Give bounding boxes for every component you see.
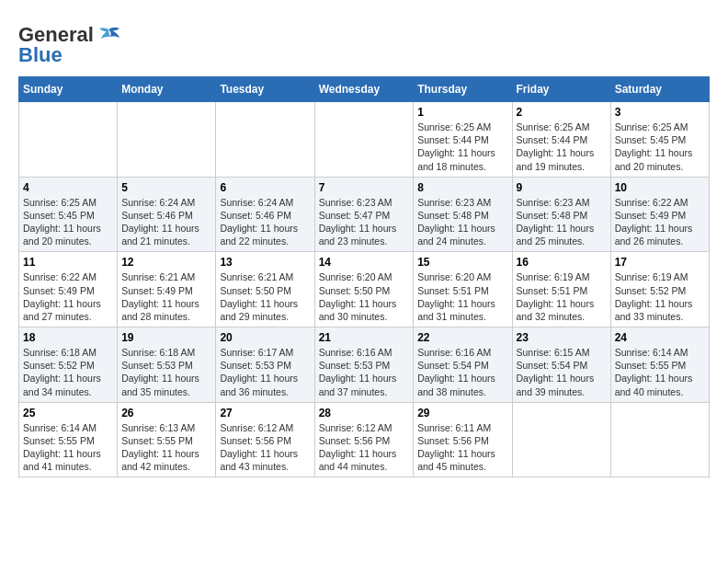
day-info: Sunrise: 6:11 AMSunset: 5:56 PMDaylight:… xyxy=(417,421,507,474)
day-info: Sunrise: 6:18 AMSunset: 5:53 PMDaylight:… xyxy=(121,346,211,398)
day-number: 26 xyxy=(121,407,211,419)
calendar-cell xyxy=(19,102,118,178)
day-number: 6 xyxy=(220,181,310,194)
day-header-saturday: Saturday xyxy=(610,77,709,102)
day-number: 4 xyxy=(23,181,113,194)
day-number: 17 xyxy=(615,256,705,269)
calendar-cell: 7Sunrise: 6:23 AMSunset: 5:47 PMDaylight… xyxy=(314,177,414,252)
calendar-cell xyxy=(118,102,216,178)
day-info: Sunrise: 6:25 AMSunset: 5:44 PMDaylight:… xyxy=(517,121,607,173)
day-number: 20 xyxy=(220,331,310,344)
day-number: 19 xyxy=(121,331,211,344)
calendar-cell: 27Sunrise: 6:12 AMSunset: 5:56 PMDayligh… xyxy=(216,402,314,477)
calendar-cell: 28Sunrise: 6:12 AMSunset: 5:56 PMDayligh… xyxy=(314,402,414,477)
day-info: Sunrise: 6:19 AMSunset: 5:51 PMDaylight:… xyxy=(517,270,607,323)
day-info: Sunrise: 6:13 AMSunset: 5:55 PMDaylight:… xyxy=(121,421,211,474)
calendar-cell: 14Sunrise: 6:20 AMSunset: 5:50 PMDayligh… xyxy=(314,252,414,327)
calendar-cell: 8Sunrise: 6:23 AMSunset: 5:48 PMDaylight… xyxy=(414,177,512,252)
day-number: 22 xyxy=(417,331,507,344)
day-info: Sunrise: 6:19 AMSunset: 5:52 PMDaylight:… xyxy=(615,270,705,323)
day-number: 2 xyxy=(517,106,607,119)
calendar-cell: 6Sunrise: 6:24 AMSunset: 5:46 PMDaylight… xyxy=(216,177,314,252)
day-number: 9 xyxy=(517,181,607,194)
calendar-cell: 20Sunrise: 6:17 AMSunset: 5:53 PMDayligh… xyxy=(216,327,314,403)
calendar-cell: 2Sunrise: 6:25 AMSunset: 5:44 PMDaylight… xyxy=(512,102,610,178)
day-number: 28 xyxy=(319,407,410,419)
day-info: Sunrise: 6:14 AMSunset: 5:55 PMDaylight:… xyxy=(615,346,705,398)
day-number: 16 xyxy=(517,256,607,269)
day-info: Sunrise: 6:17 AMSunset: 5:53 PMDaylight:… xyxy=(220,346,310,398)
day-number: 29 xyxy=(417,407,507,419)
day-info: Sunrise: 6:20 AMSunset: 5:50 PMDaylight:… xyxy=(319,270,410,323)
day-header-thursday: Thursday xyxy=(414,77,512,102)
day-info: Sunrise: 6:16 AMSunset: 5:54 PMDaylight:… xyxy=(417,346,507,398)
day-number: 12 xyxy=(121,256,211,269)
calendar-table: SundayMondayTuesdayWednesdayThursdayFrid… xyxy=(18,76,710,477)
day-info: Sunrise: 6:18 AMSunset: 5:52 PMDaylight:… xyxy=(23,346,113,398)
day-number: 1 xyxy=(417,106,507,119)
calendar-cell: 29Sunrise: 6:11 AMSunset: 5:56 PMDayligh… xyxy=(414,402,512,477)
day-info: Sunrise: 6:22 AMSunset: 5:49 PMDaylight:… xyxy=(23,270,113,323)
day-info: Sunrise: 6:22 AMSunset: 5:49 PMDaylight:… xyxy=(615,196,705,248)
calendar-cell: 1Sunrise: 6:25 AMSunset: 5:44 PMDaylight… xyxy=(414,102,512,178)
day-number: 3 xyxy=(615,106,705,119)
day-info: Sunrise: 6:21 AMSunset: 5:49 PMDaylight:… xyxy=(121,270,211,323)
calendar-cell: 10Sunrise: 6:22 AMSunset: 5:49 PMDayligh… xyxy=(610,177,709,252)
day-number: 25 xyxy=(23,407,113,419)
day-number: 11 xyxy=(23,256,113,269)
day-number: 18 xyxy=(23,331,113,344)
calendar-cell: 4Sunrise: 6:25 AMSunset: 5:45 PMDaylight… xyxy=(19,177,118,252)
calendar-cell xyxy=(216,102,314,178)
day-info: Sunrise: 6:14 AMSunset: 5:55 PMDaylight:… xyxy=(23,421,113,474)
calendar-cell: 9Sunrise: 6:23 AMSunset: 5:48 PMDaylight… xyxy=(512,177,610,252)
calendar-cell: 25Sunrise: 6:14 AMSunset: 5:55 PMDayligh… xyxy=(19,402,118,477)
day-number: 24 xyxy=(615,331,705,344)
day-info: Sunrise: 6:16 AMSunset: 5:53 PMDaylight:… xyxy=(319,346,410,398)
day-header-monday: Monday xyxy=(118,77,216,102)
day-number: 7 xyxy=(319,181,410,194)
calendar-cell xyxy=(512,402,610,477)
day-info: Sunrise: 6:20 AMSunset: 5:51 PMDaylight:… xyxy=(417,270,507,323)
day-info: Sunrise: 6:25 AMSunset: 5:44 PMDaylight:… xyxy=(417,121,507,173)
day-number: 27 xyxy=(220,407,310,419)
day-info: Sunrise: 6:23 AMSunset: 5:48 PMDaylight:… xyxy=(417,196,507,248)
day-info: Sunrise: 6:25 AMSunset: 5:45 PMDaylight:… xyxy=(615,121,705,173)
calendar-cell: 5Sunrise: 6:24 AMSunset: 5:46 PMDaylight… xyxy=(118,177,216,252)
day-info: Sunrise: 6:23 AMSunset: 5:48 PMDaylight:… xyxy=(517,196,607,248)
calendar-cell: 23Sunrise: 6:15 AMSunset: 5:54 PMDayligh… xyxy=(512,327,610,403)
day-info: Sunrise: 6:15 AMSunset: 5:54 PMDaylight:… xyxy=(517,346,607,398)
day-info: Sunrise: 6:12 AMSunset: 5:56 PMDaylight:… xyxy=(319,421,410,474)
day-number: 23 xyxy=(517,331,607,344)
day-info: Sunrise: 6:23 AMSunset: 5:47 PMDaylight:… xyxy=(319,196,410,248)
calendar-cell: 12Sunrise: 6:21 AMSunset: 5:49 PMDayligh… xyxy=(118,252,216,327)
logo-bird-icon xyxy=(96,26,121,46)
day-number: 15 xyxy=(417,256,507,269)
day-number: 8 xyxy=(417,181,507,194)
calendar-cell xyxy=(314,102,414,178)
calendar-cell: 13Sunrise: 6:21 AMSunset: 5:50 PMDayligh… xyxy=(216,252,314,327)
day-number: 5 xyxy=(121,181,211,194)
calendar-cell: 15Sunrise: 6:20 AMSunset: 5:51 PMDayligh… xyxy=(414,252,512,327)
day-info: Sunrise: 6:24 AMSunset: 5:46 PMDaylight:… xyxy=(220,196,310,248)
day-header-tuesday: Tuesday xyxy=(216,77,314,102)
calendar-cell: 16Sunrise: 6:19 AMSunset: 5:51 PMDayligh… xyxy=(512,252,610,327)
calendar-cell: 24Sunrise: 6:14 AMSunset: 5:55 PMDayligh… xyxy=(610,327,709,403)
logo-blue-text: Blue xyxy=(18,43,63,67)
day-number: 21 xyxy=(319,331,410,344)
page-header: General Blue xyxy=(18,18,710,67)
calendar-cell: 18Sunrise: 6:18 AMSunset: 5:52 PMDayligh… xyxy=(19,327,118,403)
day-number: 13 xyxy=(220,256,310,269)
calendar-cell: 19Sunrise: 6:18 AMSunset: 5:53 PMDayligh… xyxy=(118,327,216,403)
day-header-wednesday: Wednesday xyxy=(314,77,414,102)
day-header-friday: Friday xyxy=(512,77,610,102)
day-header-sunday: Sunday xyxy=(19,77,118,102)
day-number: 14 xyxy=(319,256,410,269)
day-info: Sunrise: 6:25 AMSunset: 5:45 PMDaylight:… xyxy=(23,196,113,248)
day-info: Sunrise: 6:24 AMSunset: 5:46 PMDaylight:… xyxy=(121,196,211,248)
calendar-cell: 22Sunrise: 6:16 AMSunset: 5:54 PMDayligh… xyxy=(414,327,512,403)
calendar-cell xyxy=(610,402,709,477)
day-info: Sunrise: 6:12 AMSunset: 5:56 PMDaylight:… xyxy=(220,421,310,474)
calendar-cell: 21Sunrise: 6:16 AMSunset: 5:53 PMDayligh… xyxy=(314,327,414,403)
day-info: Sunrise: 6:21 AMSunset: 5:50 PMDaylight:… xyxy=(220,270,310,323)
logo: General Blue xyxy=(18,23,121,67)
